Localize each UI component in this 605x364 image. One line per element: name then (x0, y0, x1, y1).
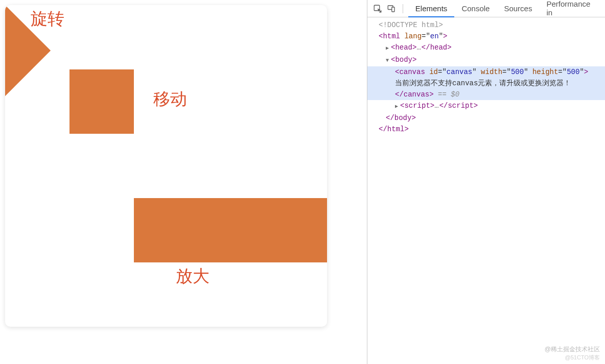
tab-sources[interactable]: Sources (497, 0, 539, 17)
devtools-panel: Elements Console Sources Performance in … (367, 0, 605, 364)
watermark: @稀土掘金技术社区 @51CTO博客 (545, 346, 600, 361)
dom-body-close[interactable]: </body> (367, 112, 605, 124)
devtools-toolbar: Elements Console Sources Performance in (367, 0, 605, 17)
watermark-line-2: @51CTO博客 (545, 354, 600, 361)
dom-html-open[interactable]: <html lang="en"> (367, 31, 605, 42)
tab-console[interactable]: Console (454, 0, 497, 17)
dom-script[interactable]: ▶<script>…</script> (367, 100, 605, 112)
elements-tree[interactable]: <!DOCTYPE html> <html lang="en"> ▶<head>… (367, 17, 605, 364)
dom-canvas-open[interactable]: <canvas id="canvas" width="500" height="… (367, 66, 605, 78)
tab-performance[interactable]: Performance in (539, 0, 601, 17)
device-toggle-icon[interactable] (385, 3, 397, 15)
dom-canvas-fallback[interactable]: 当前浏览器不支持canvas元素，请升级或更换浏览器！ (367, 78, 605, 89)
collapse-arrow-icon[interactable]: ▼ (386, 55, 391, 66)
toolbar-separator (403, 4, 403, 13)
dom-body-open[interactable]: ▼<body> (367, 54, 605, 66)
expand-arrow-icon[interactable]: ▶ (386, 43, 391, 54)
canvas-container (5, 5, 327, 327)
dom-selected-node[interactable]: ⋯ <canvas id="canvas" width="500" height… (367, 66, 605, 100)
canvas-element (5, 5, 327, 327)
dom-doctype[interactable]: <!DOCTYPE html> (367, 19, 605, 31)
dom-html-close[interactable]: </html> (367, 124, 605, 135)
dom-canvas-close[interactable]: </canvas> == $0 (367, 89, 605, 100)
watermark-line-1: @稀土掘金技术社区 (545, 346, 600, 354)
tab-elements[interactable]: Elements (408, 0, 455, 17)
page-preview-area (0, 0, 367, 364)
dom-head[interactable]: ▶<head>…</head> (367, 42, 605, 54)
devtools-tabs: Elements Console Sources Performance in (408, 0, 601, 17)
svg-rect-2 (392, 7, 394, 12)
expand-arrow-icon[interactable]: ▶ (395, 101, 400, 112)
inspect-icon[interactable] (371, 3, 383, 15)
